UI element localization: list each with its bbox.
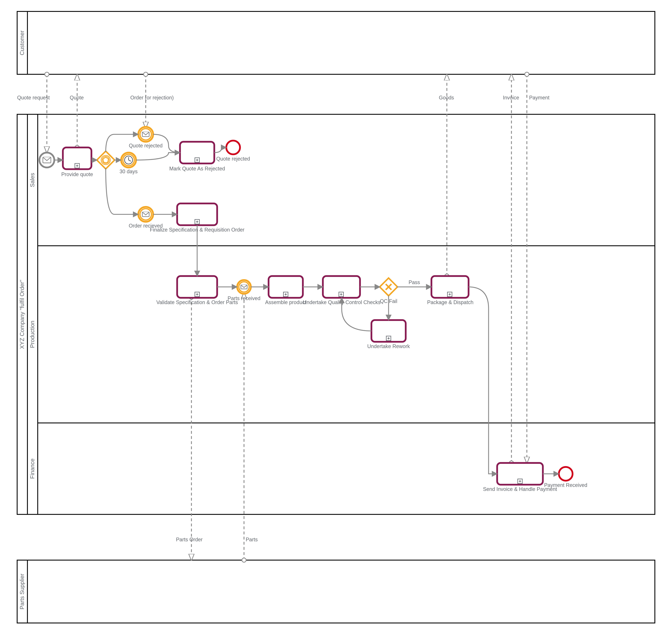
evt-quote-rejected[interactable]: Quote rejected [129, 127, 163, 148]
lane-sales-title: Sales [29, 173, 35, 187]
pool-company-title: XYZ Company "fulfil Order" [19, 280, 25, 349]
svg-rect-16 [97, 151, 115, 169]
msg-invoice: Invoice [503, 95, 519, 100]
pool-supplier-title: Parts Supplier [19, 574, 25, 609]
msg-order-or-rej: Order (or rejection) [130, 95, 174, 100]
evt-order-received[interactable]: Order recieved [129, 207, 163, 229]
task-rework-label: Undertake Rework [367, 343, 410, 349]
bpmn-diagram: Customer XYZ Company "fulfil Order" Sale… [0, 0, 672, 632]
task-rework[interactable]: Undertake Rework [367, 320, 410, 349]
msg-parts-order: Parts Order [176, 537, 202, 542]
message-flows-bottom: Parts Order Parts [176, 292, 258, 560]
task-assemble-label: Assemble product [265, 299, 306, 305]
evt-parts-received-label: Parts received [227, 295, 261, 301]
pool-company: XYZ Company "fulfil Order" Sales Product… [17, 114, 655, 514]
svg-point-67 [559, 467, 573, 481]
evt-30days[interactable]: 30 days [120, 153, 138, 174]
lane-production-title: Production [29, 321, 35, 348]
evt-parts-received[interactable]: Parts received [227, 280, 261, 301]
gateway-event[interactable] [97, 151, 115, 169]
gateway-pass-label: Pass [409, 279, 420, 285]
task-validate-label: Validate Specification & Order Parts [157, 299, 238, 305]
task-dispatch-label: Package & Dispatch [427, 299, 473, 305]
start-event[interactable] [40, 153, 54, 167]
message-flows-top: Quote request Quote Order (or rejection)… [17, 74, 550, 463]
task-mark-rejected-label: Mark Quote As Rejected [169, 166, 225, 171]
svg-rect-3 [17, 114, 655, 514]
svg-rect-8 [17, 560, 655, 623]
task-assemble[interactable]: Assemble product [265, 276, 306, 305]
end-quote-rejected[interactable]: Quote rejected [216, 141, 250, 162]
pool-customer-title: Customer [19, 30, 25, 55]
pool-supplier: Parts Supplier [17, 560, 655, 623]
end-quote-rejected-label: Quote rejected [216, 156, 250, 162]
msg-quote: Quote [70, 95, 84, 100]
msg-quote-request: Quote request [17, 95, 50, 100]
evt-quote-rejected-label: Quote rejected [129, 143, 163, 148]
end-payment[interactable]: Payment Received [544, 467, 587, 488]
task-validate-order[interactable]: Validate Specification & Order Parts [157, 276, 238, 305]
pool-customer: Customer [17, 11, 655, 74]
msg-parts: Parts [246, 537, 258, 542]
msg-payment: Payment [529, 95, 550, 100]
task-dispatch[interactable]: Package & Dispatch [427, 276, 473, 305]
evt-30days-label: 30 days [120, 168, 138, 174]
lane-finance-title: Finance [29, 459, 35, 479]
msg-goods: Goods [439, 95, 454, 100]
svg-point-34 [226, 141, 240, 154]
task-provide-quote-label: Provide quote [61, 171, 93, 177]
task-provide-quote[interactable]: Provide quote [61, 147, 93, 177]
svg-rect-1 [17, 11, 655, 74]
end-payment-label: Payment Received [544, 482, 587, 488]
